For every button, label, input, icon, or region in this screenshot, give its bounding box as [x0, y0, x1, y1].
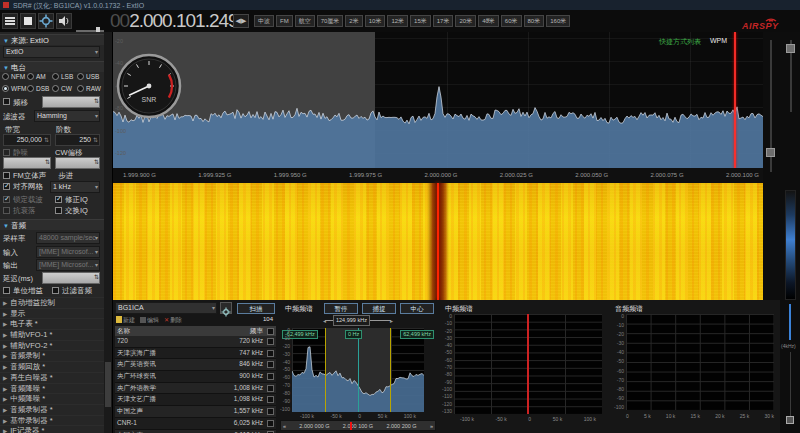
mode-radio[interactable]: DSB: [27, 85, 52, 92]
sidebar-scrollbar[interactable]: [104, 32, 112, 433]
row-checkbox[interactable]: [265, 418, 276, 429]
menu-button[interactable]: [2, 13, 18, 29]
zoombar-left-arrow[interactable]: «: [283, 423, 286, 429]
main-spectrum-display[interactable]: -20-40-60-80-100-120 SNR 快捷方式列表 WPM: [113, 32, 763, 168]
audio-zoom-slider-fill[interactable]: [789, 304, 791, 340]
frequency-group-dropdown[interactable]: BG1ICA: [115, 302, 217, 314]
snap-to-grid-checkbox[interactable]: [3, 183, 10, 190]
table-row[interactable]: CNR-1 6,025 kHz: [115, 418, 276, 430]
collapsed-section-header[interactable]: ▶音频录制 *: [0, 350, 104, 361]
order-input[interactable]: 250: [55, 134, 100, 146]
source-section-header[interactable]: ▼来源: ExtIO: [0, 34, 104, 45]
passband-left-edge[interactable]: [325, 328, 326, 412]
radio-section-header[interactable]: ▼电台: [0, 61, 104, 72]
collapsed-section-header[interactable]: ▶自动增益控制: [0, 297, 104, 308]
latency-input[interactable]: [42, 272, 100, 284]
sidebar-scrollbar-thumb[interactable]: [105, 362, 111, 407]
center-button[interactable]: 中心: [400, 303, 434, 314]
mode-radio[interactable]: USB: [77, 73, 102, 80]
row-checkbox[interactable]: [265, 336, 276, 347]
frequency-manager-settings-button[interactable]: [220, 302, 232, 314]
mode-radio[interactable]: AM: [27, 73, 52, 80]
pause-button[interactable]: 暂停: [324, 303, 358, 314]
passband-right-edge[interactable]: [390, 328, 391, 412]
new-entry-label[interactable]: 新建: [123, 317, 135, 323]
unity-gain-checkbox[interactable]: [3, 287, 10, 294]
band-button[interactable]: 10米: [365, 15, 386, 27]
waterfall-palette-bar[interactable]: [785, 190, 796, 300]
column-name[interactable]: 名称: [115, 326, 221, 336]
collapsed-section-header[interactable]: ▶显示: [0, 308, 104, 319]
tuning-line[interactable]: [734, 32, 736, 168]
audio-spectrum-plot[interactable]: [626, 314, 774, 410]
contrast-slider-thumb[interactable]: [786, 44, 795, 53]
band-button[interactable]: 15米: [410, 15, 431, 27]
table-row[interactable]: 中国之声 6,110 kHz: [115, 430, 276, 433]
new-entry-icon[interactable]: [116, 316, 122, 323]
edit-entry-icon[interactable]: [140, 317, 146, 323]
row-checkbox[interactable]: [265, 359, 276, 370]
table-row[interactable]: 央广环球资讯 900 kHz: [115, 371, 276, 383]
table-row[interactable]: 天津滨海广播 747 kHz: [115, 348, 276, 360]
scan-button[interactable]: 扫描: [237, 303, 275, 314]
row-checkbox[interactable]: [265, 348, 276, 359]
collapsed-section-header[interactable]: ▶电子表 *: [0, 318, 104, 329]
delete-entry-icon[interactable]: ✕: [164, 317, 169, 323]
mode-radio[interactable]: NFM: [2, 73, 27, 80]
filter-dropdown[interactable]: Hamming: [34, 110, 100, 122]
row-checkbox[interactable]: [265, 383, 276, 394]
title-bar[interactable]: SDR# (汉化: BG1ICA) v1.0.0.1732 - ExtIO: [0, 0, 800, 10]
collapsed-section-header[interactable]: ▶音频回放 *: [0, 361, 104, 372]
row-checkbox[interactable]: [265, 430, 276, 433]
mode-radio[interactable]: CW: [52, 85, 77, 92]
collapsed-section-header[interactable]: ▶再生白噪器 *: [0, 372, 104, 383]
mute-button[interactable]: [56, 13, 72, 29]
audio-zoom-slider-track[interactable]: [790, 352, 791, 416]
table-row[interactable]: 中国之声 1,557 kHz: [115, 406, 276, 418]
waterfall-display[interactable]: [113, 183, 763, 300]
audio-zoom-slider-thumb[interactable]: [786, 416, 794, 424]
mode-radio[interactable]: LSB: [52, 73, 77, 80]
band-button[interactable]: 60米: [501, 15, 522, 27]
source-device-dropdown[interactable]: ExtIO: [3, 46, 100, 58]
zoom-slider-thumb[interactable]: [766, 148, 775, 157]
band-button[interactable]: 70厘米: [317, 15, 344, 27]
if-spectrum-plot[interactable]: [454, 314, 602, 414]
mode-radio[interactable]: RAW: [77, 85, 102, 92]
collapsed-section-header[interactable]: ▶音频降噪 *: [0, 383, 104, 394]
swap-iq-checkbox[interactable]: [55, 207, 62, 214]
band-button[interactable]: 2米: [345, 15, 362, 27]
row-checkbox[interactable]: [265, 394, 276, 405]
bandwidth-input[interactable]: 250,000: [3, 134, 51, 146]
frequency-zoombar[interactable]: « 2.000 000 G 2.000 100 G 2.000 200 G »: [280, 420, 436, 431]
band-button[interactable]: FM: [276, 15, 293, 27]
delete-entry-label[interactable]: 删除: [170, 317, 182, 323]
collapsed-section-header[interactable]: ▶辅助VFO-1 *: [0, 329, 104, 340]
band-button[interactable]: 航空: [295, 15, 315, 27]
band-button[interactable]: 中波: [254, 15, 274, 27]
band-button[interactable]: 80米: [524, 15, 545, 27]
edit-entry-label[interactable]: 编辑: [147, 317, 159, 323]
stop-button[interactable]: [20, 13, 36, 29]
shift-checkbox[interactable]: [3, 98, 10, 105]
correct-iq-checkbox[interactable]: [55, 196, 62, 203]
table-row[interactable]: 央广外语教学 1,008 kHz: [115, 383, 276, 395]
collapsed-section-header[interactable]: ▶中频降噪 *: [0, 393, 104, 404]
collapsed-section-header[interactable]: ▶IF记录器 *: [0, 425, 104, 433]
row-checkbox[interactable]: [265, 406, 276, 417]
settings-button[interactable]: [38, 13, 54, 29]
capture-button[interactable]: 捕捉: [362, 303, 396, 314]
fm-stereo-checkbox[interactable]: [3, 172, 10, 179]
row-checkbox[interactable]: [265, 371, 276, 382]
filter-audio-checkbox[interactable]: [52, 287, 59, 294]
table-row[interactable]: 天津文艺广播 1,098 kHz: [115, 394, 276, 406]
column-frequency[interactable]: 频率: [221, 326, 265, 336]
table-row[interactable]: 720 720 kHz: [115, 336, 276, 348]
band-button[interactable]: 12米: [387, 15, 408, 27]
collapsed-section-header[interactable]: ▶音频录制器 *: [0, 404, 104, 415]
shift-input[interactable]: [42, 96, 100, 108]
mode-radio[interactable]: WFM: [2, 85, 27, 92]
band-button[interactable]: 160米: [546, 15, 570, 27]
frequency-step-buttons[interactable]: ◀▶: [233, 14, 249, 28]
if-zoom-plot[interactable]: [292, 328, 424, 412]
